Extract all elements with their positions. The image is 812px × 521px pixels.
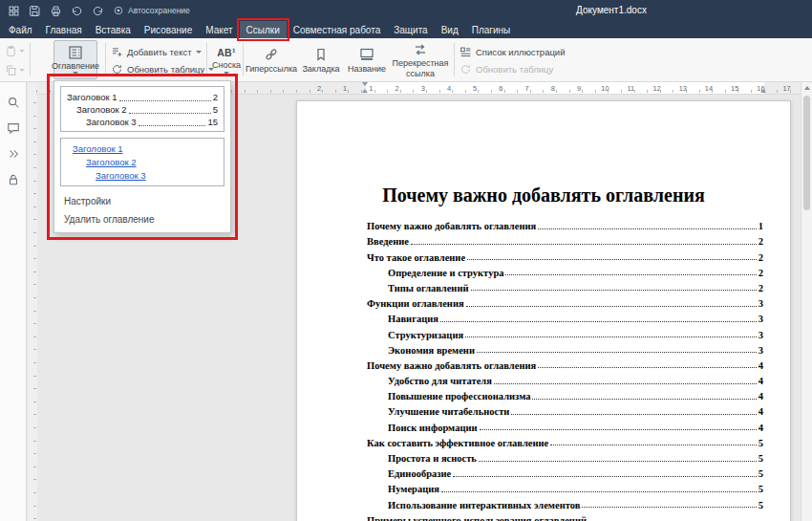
cross-reference-button[interactable]: Перекрестная ссылка (391, 41, 450, 79)
left-indent-marker[interactable] (362, 82, 368, 86)
ribbon-tab[interactable]: Защита (387, 21, 434, 38)
undo-icon[interactable] (68, 3, 86, 19)
toc-entry-page: 3 (759, 330, 763, 340)
toc-entry: Типы оглавлений 2 (367, 278, 763, 293)
toc-entry-label: Функции оглавления (367, 298, 464, 309)
table-of-contents-button[interactable]: Оглавление (53, 40, 97, 79)
toc-entry-label: Поиск информации (388, 423, 478, 433)
autosave-toggle[interactable]: Автосохранение (113, 5, 190, 16)
dot-leader (139, 125, 206, 126)
toc-entry-page: 2 (759, 252, 763, 263)
toc-entry: Поиск информации 4 (367, 417, 763, 432)
scroll-up-icon (804, 86, 810, 90)
ribbon-tab[interactable]: Совместная работа (287, 21, 388, 38)
toc-entry-label: Улучшение читабельности (388, 406, 509, 417)
ribbon-tab[interactable]: Вид (435, 21, 465, 38)
redo-icon[interactable] (89, 3, 107, 19)
ribbon-tab[interactable]: Плагины (465, 21, 518, 38)
dot-leader (411, 244, 757, 245)
toc-style-links-option[interactable]: Заголовок 1 Заголовок 2 Заголовок 3 (60, 138, 224, 186)
toc-entry-page: 5 (759, 453, 763, 464)
dot-leader (505, 274, 756, 275)
toc-preview-page: 15 (207, 116, 218, 128)
scrollbar-thumb[interactable] (803, 96, 810, 210)
menu-grid-icon[interactable] (5, 3, 23, 19)
document-file-name: Документ1.docx (576, 0, 647, 21)
ribbon-tab[interactable]: Макет (199, 21, 239, 38)
ribbon-separator (30, 43, 31, 76)
toc-entry: Определение и структура 2 (367, 263, 763, 278)
dot-leader (511, 414, 756, 415)
toc-entry: Единообразие 5 (367, 464, 763, 479)
ribbon-tab[interactable]: Файл (2, 21, 39, 38)
scroll-up-button[interactable] (801, 82, 812, 94)
footnote-button[interactable]: AB¹ Сноска (210, 41, 243, 79)
toc-entry-label: Использование интерактивных элементов (388, 500, 580, 510)
toc-preview-link: Заголовок 3 (67, 169, 218, 183)
cross-reference-label-1: Перекрестная (393, 59, 449, 68)
toc-entry-page: 4 (759, 360, 763, 371)
hyperlink-icon (264, 47, 279, 62)
ribbon-tab[interactable]: Ссылки (240, 21, 287, 38)
toc-entry-page: 2 (759, 236, 763, 247)
dot-leader (453, 476, 757, 477)
toc-entry: Удобство для читателя 4 (367, 371, 763, 386)
toc-style-dotted-option[interactable]: Заголовок 1 2 Заголовок 2 5 Заголовок 3 (60, 86, 224, 132)
hyperlink-button[interactable]: Гиперссылка (246, 41, 297, 79)
left-margin-marker[interactable] (362, 89, 368, 93)
dot-leader (440, 321, 757, 322)
toc-entry-page: 4 (759, 376, 763, 386)
ribbon-tab[interactable]: Главная (39, 21, 89, 38)
caption-button[interactable]: Название (345, 41, 389, 79)
vertical-scrollbar[interactable] (801, 82, 812, 521)
toc-settings-item[interactable]: Настройки (60, 192, 224, 210)
figures-list-button[interactable]: Список иллюстраций (459, 46, 566, 58)
toc-entry-page: 3 (759, 314, 763, 324)
toc-preview-link: Заголовок 1 (67, 142, 218, 156)
toc-preview-label: Заголовок 2 (76, 103, 127, 116)
toc-entry-page: 5 (759, 438, 763, 448)
toc-remove-item[interactable]: Удалить оглавление (60, 210, 224, 228)
toc-entry: Экономия времени 3 (367, 340, 763, 356)
right-margin-marker[interactable] (760, 89, 766, 93)
toc-entry-page: 5 (759, 468, 763, 479)
document-toc: Почему важно добавлять оглавления 1 Введ… (367, 216, 763, 521)
protect-button[interactable] (5, 171, 22, 188)
document-title-heading: Почему важно добавлять оглавления (297, 183, 790, 207)
save-icon[interactable] (26, 3, 44, 19)
toc-entry-label: Единообразие (388, 468, 451, 479)
ribbon-tab[interactable]: Вставка (89, 21, 138, 38)
toc-entry-label: Почему важно добавлять оглавления (367, 360, 536, 371)
update-figures-table-label: Обновить таблицу (476, 64, 553, 75)
dot-leader (467, 259, 757, 260)
toc-entry-page: 3 (759, 345, 763, 356)
autosave-label: Автосохранение (128, 6, 190, 15)
caption-label: Название (348, 64, 386, 74)
document-page[interactable]: Почему важно добавлять оглавления Почему… (296, 100, 791, 521)
toc-icon (68, 45, 83, 60)
print-icon[interactable] (47, 3, 65, 19)
toc-entry-label: Как составить эффективное оглавление (367, 438, 548, 448)
comments-button[interactable] (5, 119, 22, 137)
paste-button[interactable] (3, 42, 27, 59)
navigation-button[interactable] (5, 145, 22, 163)
toc-entry-label: Определение и структура (388, 268, 503, 278)
ribbon-separator (206, 43, 207, 76)
dot-leader (471, 290, 757, 291)
protect-icon (7, 173, 20, 186)
toc-entry: Примеры успешного использования оглавлен… (367, 510, 763, 521)
add-text-label: Добавить текст (127, 47, 192, 57)
update-table-button[interactable]: Обновить таблицу (111, 63, 214, 76)
bookmark-button[interactable]: Закладка (299, 41, 343, 79)
dot-leader (129, 113, 211, 114)
toc-entry-page: 4 (759, 423, 763, 433)
copy-button[interactable] (3, 61, 27, 78)
ribbon-tab[interactable]: Рисование (138, 21, 199, 38)
add-text-button[interactable]: Добавить текст (111, 46, 202, 58)
caret-down-icon (224, 72, 229, 75)
dot-leader (538, 228, 757, 229)
bookmark-label: Закладка (302, 64, 339, 74)
toc-entry: Использование интерактивных элементов 5 (367, 494, 763, 510)
search-button[interactable] (5, 94, 22, 111)
footnote-ab-glyph: AB¹ (217, 47, 236, 58)
